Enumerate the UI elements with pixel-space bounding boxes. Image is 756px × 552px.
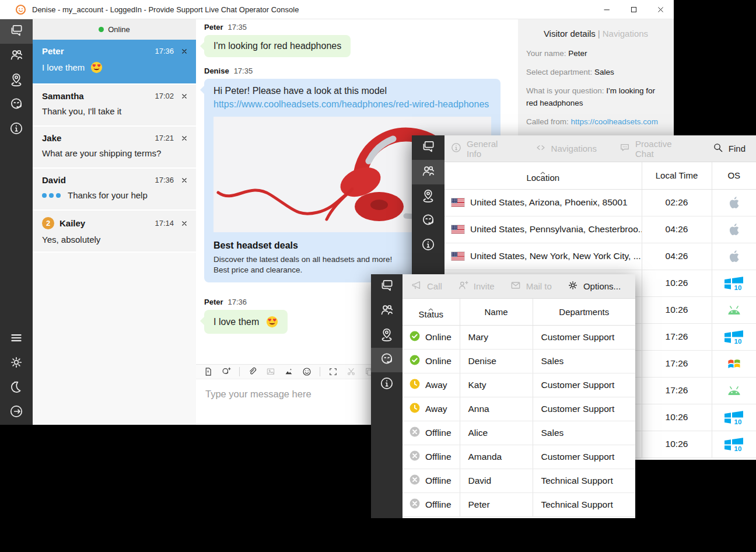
main-sidebar (0, 19, 33, 425)
screen: Denise - my_account - LoggedIn - Provide… (0, 0, 756, 552)
visitor-row[interactable]: United States, New York, New York City, … (444, 243, 756, 270)
close-button[interactable] (647, 0, 674, 19)
operator-row[interactable]: OnlineDeniseSales (402, 349, 635, 373)
operator-status-text: Offline (425, 452, 452, 462)
field-value-link[interactable]: https://coolheadsets.com (571, 117, 658, 126)
column-header-status[interactable]: Status (402, 299, 460, 325)
heart-eyes-emoji-icon (266, 316, 278, 328)
sidebar-item-info-circle[interactable] (0, 117, 33, 142)
operators-table: Status Name Departments OnlineMaryCustom… (402, 299, 635, 517)
sidebar-item-location-pin[interactable] (371, 323, 402, 348)
operator-status-text: Offline (425, 499, 452, 510)
close-chat-button[interactable] (181, 93, 188, 100)
visitor-row[interactable]: United States, Arizona, Phoenix, 8500102… (444, 189, 756, 216)
sidebar-item-chat-bubbles[interactable] (412, 135, 444, 160)
push-image-button[interactable] (284, 366, 294, 377)
chat-list-item[interactable]: Samantha17:02Thank you, I'll take it (33, 85, 196, 127)
sidebar-item-visitors[interactable] (412, 160, 444, 184)
message-time: 17:35 (234, 67, 253, 75)
operator-row[interactable]: OfflinePeterTechnical Support (402, 492, 635, 516)
chat-preview-text: What are your shipping terms? (42, 148, 161, 158)
chat-list-item[interactable]: Jake17:21What are your shipping terms? (33, 127, 196, 169)
close-chat-button[interactable] (181, 48, 188, 55)
emoji-button[interactable] (302, 366, 312, 377)
location-pin-icon (379, 327, 394, 344)
close-chat-button[interactable] (181, 177, 188, 184)
tab-visitor-details[interactable]: Visitor details (544, 29, 596, 39)
toolbar-button-general-info: General Info (450, 139, 513, 159)
sidebar-item-chat-bubbles[interactable] (0, 19, 33, 44)
message-time: 17:36 (228, 298, 247, 306)
operator-row[interactable]: AwayKatyCustomer Support (402, 373, 635, 397)
code-icon (535, 142, 547, 155)
tab-navigations[interactable]: Navigations (603, 29, 648, 39)
us-flag-icon (452, 225, 464, 233)
operator-row[interactable]: AwayAnnaCustomer Support (402, 397, 635, 421)
column-header-name[interactable]: Name (460, 299, 533, 325)
add-operator-button[interactable] (221, 366, 232, 377)
sidebar-item-visitors[interactable] (0, 44, 33, 68)
attach-file-button[interactable] (247, 366, 258, 377)
apple-icon (729, 250, 740, 260)
column-header-departments[interactable]: Departments (533, 299, 635, 325)
column-header-os[interactable]: OS (712, 162, 756, 189)
operator-department: Technical Support (541, 476, 613, 485)
chat-list-item[interactable]: 2Kailey17:14Yes, absolutely (33, 211, 196, 253)
operator-row[interactable]: OfflineAmandaCustomer Support (402, 445, 635, 469)
status-offline-icon (410, 498, 420, 511)
visitors-icon (379, 302, 394, 320)
visitor-row[interactable]: United States, Pennsylvania, Chesterbroo… (444, 216, 756, 243)
operator-row[interactable]: OnlineMaryCustomer Support (402, 325, 635, 349)
sidebar-item-visitors[interactable] (371, 299, 402, 323)
sidebar-item-night-mode[interactable] (0, 376, 33, 400)
close-chat-button[interactable] (181, 220, 188, 227)
canned-response-button[interactable] (203, 366, 214, 377)
operator-status-header[interactable]: Online (33, 19, 196, 40)
operator-row[interactable]: OfflineDavidTechnical Support (402, 469, 635, 492)
sidebar-item-menu[interactable] (0, 327, 33, 351)
minimize-button[interactable] (593, 0, 620, 19)
chat-time: 17:02 (155, 92, 174, 100)
column-header-local-time[interactable]: Local Time (642, 162, 712, 189)
chat-time: 17:21 (155, 134, 174, 142)
chat-list-item[interactable]: David17:36Thanks for your help (33, 169, 196, 211)
screen-capture-button[interactable] (328, 366, 338, 377)
toolbar-button-options[interactable]: Options... (567, 280, 621, 293)
sidebar-item-gear[interactable] (0, 351, 33, 376)
operator-department: Technical Support (541, 499, 613, 509)
sidebar-item-location-pin[interactable] (412, 184, 444, 209)
operator-row[interactable]: OfflineAliceSales (402, 421, 635, 445)
windows-legacy-icon (727, 358, 741, 368)
operator-headset-icon (9, 96, 24, 114)
visitor-location: United States, New York, New York City, … (470, 251, 641, 261)
visitor-local-time: 10:26 (666, 305, 688, 315)
sidebar-item-operator-headset[interactable] (412, 209, 444, 233)
operator-name: Amanda (468, 452, 502, 462)
visitor-local-time: 17:26 (666, 331, 688, 341)
night-mode-icon (9, 379, 24, 397)
sidebar-item-operator-headset[interactable] (371, 348, 402, 372)
chat-preview-text: I love them (42, 62, 85, 72)
close-chat-button[interactable] (181, 135, 188, 142)
message-link[interactable]: https://www.coolheadsets.com/headphones/… (214, 99, 491, 110)
megaphone-icon (411, 280, 422, 293)
sidebar-item-location-pin[interactable] (0, 68, 33, 93)
sidebar-item-info-circle[interactable] (412, 233, 444, 258)
message-text: Hi Peter! Please have a look at this mod… (214, 86, 491, 96)
visitor-detail-field: Your name: Peter (526, 48, 666, 60)
sidebar-item-operator-headset[interactable] (0, 93, 33, 117)
column-header-location[interactable]: Location (444, 162, 642, 189)
visitor-local-time: 10:26 (666, 439, 688, 449)
windows-10-icon: 10 (724, 331, 744, 341)
toolbar-button-find[interactable]: Find (712, 142, 746, 155)
toolbar-button-label: Call (427, 281, 442, 291)
sign-out-icon (9, 404, 24, 421)
sidebar-item-info-circle[interactable] (371, 372, 402, 397)
operator-name: Alice (468, 428, 488, 438)
chat-list-item[interactable]: Peter17:36I love them (33, 40, 196, 85)
sidebar-item-chat-bubbles[interactable] (371, 274, 402, 299)
chat-preview-text: Yes, absolutely (42, 235, 100, 244)
location-pin-icon (9, 72, 24, 89)
maximize-button[interactable] (620, 0, 647, 19)
sidebar-item-sign-out[interactable] (0, 400, 33, 425)
